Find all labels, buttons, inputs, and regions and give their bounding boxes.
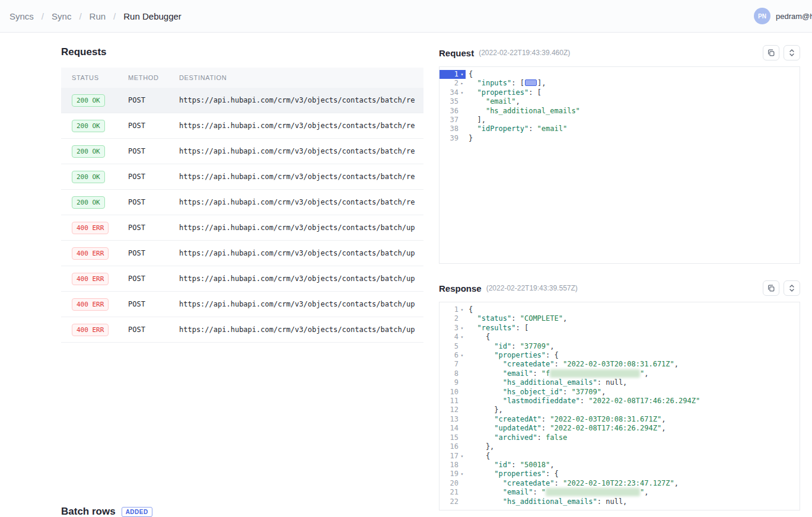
breadcrumb-separator: /: [79, 11, 81, 21]
response-panel: Response (2022-02-22T19:43:39.557Z) 1▾{2…: [439, 280, 800, 510]
code-content: },: [466, 442, 494, 451]
breadcrumb-syncs[interactable]: Syncs: [9, 11, 34, 21]
destination-cell: https://api.hubapi.com/crm/v3/objects/co…: [168, 198, 423, 206]
line-number: 38: [440, 125, 466, 133]
redacted-value: [546, 488, 640, 496]
code-content: ],: [466, 116, 486, 125]
code-content: "inputs": [],: [466, 79, 546, 88]
code-content: {: [466, 333, 490, 342]
request-row[interactable]: 200 OKPOSThttps://api.hubapi.com/crm/v3/…: [61, 113, 423, 139]
code-content: "properties": {: [466, 351, 559, 360]
redacted-value: [550, 369, 640, 378]
copy-button[interactable]: [763, 45, 779, 60]
line-number-foldable[interactable]: 3▾: [440, 324, 466, 333]
line-number-foldable[interactable]: 34▾: [440, 88, 466, 97]
destination-cell: https://api.hubapi.com/crm/v3/objects/co…: [168, 300, 423, 308]
request-row[interactable]: 400 ERRPOSThttps://api.hubapi.com/crm/v3…: [61, 317, 423, 343]
fold-expand-icon[interactable]: ▸: [458, 79, 466, 88]
request-title: Request: [439, 48, 474, 58]
fold-collapse-icon[interactable]: ▾: [458, 70, 466, 79]
fold-collapse-icon[interactable]: ▾: [458, 88, 466, 97]
request-panel: Request (2022-02-22T19:43:39.460Z) 1▾{2▸…: [439, 44, 800, 264]
line-number-foldable[interactable]: 2▸: [440, 79, 466, 88]
code-line: 7 "createdate": "2022-02-03T20:08:31.671…: [440, 360, 800, 369]
status-badge: 200 OK: [72, 94, 105, 107]
requests-panel: Requests STATUS METHOD DESTINATION 200 O…: [61, 46, 423, 343]
request-editor-lines: 1▾{2▸ "inputs": [],34▾ "properties": [35…: [440, 70, 800, 143]
request-code-editor[interactable]: 1▾{2▸ "inputs": [],34▾ "properties": [35…: [439, 66, 800, 264]
folded-range-widget[interactable]: [525, 79, 537, 86]
request-row[interactable]: 200 OKPOSThttps://api.hubapi.com/crm/v3/…: [61, 190, 423, 215]
code-line: 8 "email": "f ",: [440, 369, 800, 378]
fold-collapse-icon[interactable]: ▾: [458, 324, 466, 333]
line-number: 14: [440, 424, 466, 433]
code-content: {: [466, 70, 473, 79]
status-cell: 200 OK: [61, 120, 117, 132]
fold-collapse-icon[interactable]: ▾: [458, 351, 466, 360]
code-line: 5 "id": "37709",: [440, 342, 800, 351]
response-timestamp: (2022-02-22T19:43:39.557Z): [486, 284, 578, 292]
expand-collapse-button[interactable]: [784, 45, 800, 60]
breadcrumb-run-debugger: Run Debugger: [123, 11, 181, 21]
line-number: 7: [440, 360, 466, 369]
line-number: 5: [440, 342, 466, 351]
fold-collapse-icon[interactable]: ▾: [458, 452, 466, 461]
code-content: {: [466, 452, 490, 461]
copy-button[interactable]: [763, 280, 779, 296]
avatar[interactable]: PN: [754, 8, 770, 24]
line-number-foldable[interactable]: 17▾: [440, 452, 466, 461]
line-number: 35: [440, 97, 466, 106]
line-number-foldable[interactable]: 1▾: [440, 70, 466, 79]
request-row[interactable]: 200 OKPOSThttps://api.hubapi.com/crm/v3/…: [61, 139, 423, 164]
fold-collapse-icon[interactable]: ▾: [458, 305, 466, 314]
code-line: 19▾ "properties": {: [440, 470, 800, 478]
code-content: "hs_additional_emails": [466, 107, 580, 116]
code-content: "properties": [: [466, 88, 542, 97]
destination-cell: https://api.hubapi.com/crm/v3/objects/co…: [168, 173, 423, 181]
added-badge: ADDED: [122, 507, 152, 517]
fold-collapse-icon[interactable]: ▾: [458, 333, 466, 342]
batch-rows-section: Batch rows ADDED: [61, 506, 152, 517]
code-line: 11 "lastmodifieddate": "2022-02-08T17:46…: [440, 397, 800, 406]
request-row[interactable]: 400 ERRPOSThttps://api.hubapi.com/crm/v3…: [61, 266, 423, 292]
requests-table-body: 200 OKPOSThttps://api.hubapi.com/crm/v3/…: [61, 88, 423, 343]
destination-cell: https://api.hubapi.com/crm/v3/objects/co…: [168, 325, 423, 334]
code-content: "results": [: [466, 324, 528, 333]
line-number-foldable[interactable]: 1▾: [440, 305, 466, 314]
requests-title: Requests: [61, 46, 423, 58]
request-row[interactable]: 200 OKPOSThttps://api.hubapi.com/crm/v3/…: [61, 164, 423, 190]
line-number: 18: [440, 461, 466, 470]
response-code-editor[interactable]: 1▾{2 "status": "COMPLETE",3▾ "results": …: [439, 302, 800, 510]
fold-collapse-icon[interactable]: ▾: [458, 470, 466, 478]
breadcrumb-run[interactable]: Run: [90, 11, 106, 21]
line-number: 39: [440, 134, 466, 143]
line-number-foldable[interactable]: 6▾: [440, 351, 466, 360]
request-row[interactable]: 400 ERRPOSThttps://api.hubapi.com/crm/v3…: [61, 292, 423, 317]
line-number: 2: [440, 314, 466, 323]
code-line: 2 "status": "COMPLETE",: [440, 314, 800, 323]
requests-table: STATUS METHOD DESTINATION 200 OKPOSThttp…: [61, 68, 423, 343]
code-content: "createdAt": "2022-02-03T20:08:31.671Z",: [466, 415, 665, 424]
line-number: 22: [440, 497, 466, 506]
method-cell: POST: [117, 325, 168, 334]
status-badge: 400 ERR: [72, 247, 109, 260]
code-line: 1▾{: [440, 305, 800, 314]
breadcrumb: Syncs / Sync / Run / Run Debugger: [9, 11, 181, 21]
request-timestamp: (2022-02-22T19:43:39.460Z): [479, 49, 570, 57]
unfold-icon: [788, 49, 795, 57]
status-badge: 400 ERR: [72, 324, 109, 336]
code-content: }: [466, 134, 473, 143]
code-content: {: [466, 305, 473, 314]
breadcrumb-sync[interactable]: Sync: [52, 11, 71, 21]
code-line: 39}: [440, 134, 800, 143]
request-row[interactable]: 400 ERRPOSThttps://api.hubapi.com/crm/v3…: [61, 215, 423, 241]
user-menu[interactable]: PN pedram@hig: [754, 8, 812, 24]
method-cell: POST: [117, 275, 168, 283]
line-number-foldable[interactable]: 4▾: [440, 333, 466, 342]
line-number-foldable[interactable]: 19▾: [440, 470, 466, 478]
request-row[interactable]: 400 ERRPOSThttps://api.hubapi.com/crm/v3…: [61, 241, 423, 266]
code-line: 10 "hs_object_id": "37709",: [440, 388, 800, 397]
destination-cell: https://api.hubapi.com/crm/v3/objects/co…: [168, 249, 423, 257]
request-row[interactable]: 200 OKPOSThttps://api.hubapi.com/crm/v3/…: [61, 88, 423, 113]
expand-collapse-button[interactable]: [784, 280, 800, 296]
